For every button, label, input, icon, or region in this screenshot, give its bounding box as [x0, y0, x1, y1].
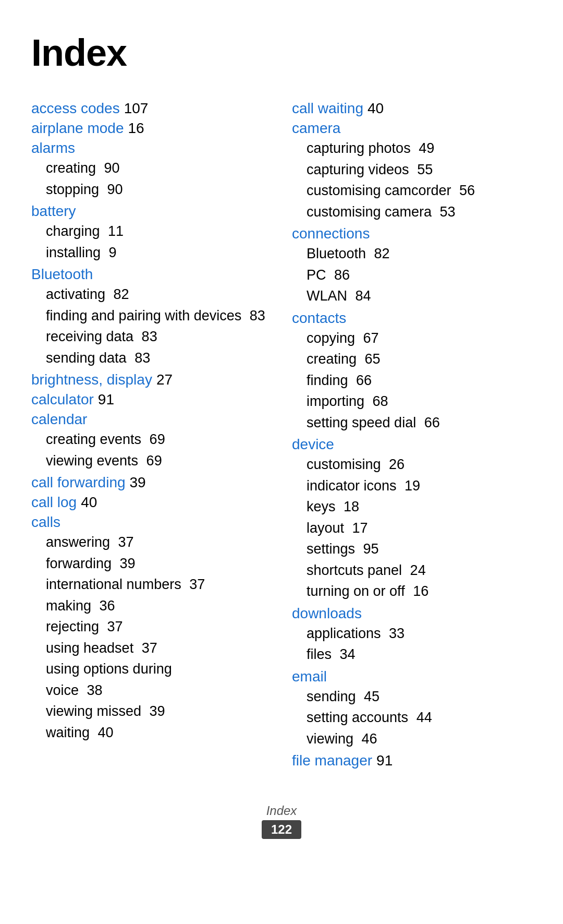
- right-column: call waiting40cameracapturing photos 49c…: [292, 100, 532, 772]
- sub-page-number: 37: [103, 619, 123, 634]
- index-term[interactable]: email: [292, 668, 327, 685]
- sub-page-number: 39: [145, 703, 165, 719]
- sub-page-number: 83: [138, 329, 157, 344]
- sub-page-number: 95: [359, 541, 379, 557]
- index-term[interactable]: contacts: [292, 310, 346, 326]
- index-page-number: 27: [156, 371, 173, 388]
- index-entry: downloadsapplications 33files 34: [292, 605, 532, 665]
- sub-entries-list: creating 90stopping 90: [46, 158, 271, 200]
- sub-page-number: 11: [104, 223, 124, 239]
- sub-entry: charging 11: [46, 221, 271, 242]
- sub-page-number: 55: [413, 162, 433, 177]
- sub-page-number: 33: [385, 626, 405, 641]
- sub-entry: receiving data 83: [46, 326, 271, 347]
- index-term[interactable]: Bluetooth: [31, 266, 93, 282]
- sub-entry: creating events 69: [46, 429, 271, 450]
- index-entry: emailsending 45setting accounts 44viewin…: [292, 668, 532, 750]
- sub-entry: waiting 40: [46, 722, 271, 743]
- sub-entry: capturing videos 55: [307, 159, 532, 181]
- index-page-number: 39: [130, 474, 146, 490]
- index-term[interactable]: battery: [31, 203, 76, 219]
- index-page-number: 91: [376, 752, 393, 769]
- sub-entries-list: customising 26indicator icons 19keys 18l…: [307, 454, 532, 602]
- index-page-number: 107: [124, 100, 149, 116]
- sub-page-number: 36: [95, 598, 115, 614]
- sub-page-number: 86: [331, 267, 350, 283]
- sub-entry: turning on or off 16: [307, 581, 532, 602]
- sub-entry: setting accounts 44: [307, 707, 532, 728]
- index-term[interactable]: calls: [31, 514, 60, 530]
- index-entry: batterycharging 11installing 9: [31, 203, 271, 263]
- index-entry: contactscopying 67creating 65finding 66i…: [292, 310, 532, 434]
- index-term[interactable]: downloads: [292, 605, 362, 621]
- sub-page-number: 49: [415, 140, 435, 156]
- sub-entries-list: sending 45setting accounts 44viewing 46: [307, 686, 532, 750]
- sub-entries-list: charging 11installing 9: [46, 221, 271, 263]
- sub-entry: customising camcorder 56: [307, 180, 532, 201]
- sub-entry: customising 26: [307, 454, 532, 475]
- sub-entry: Bluetooth 82: [307, 243, 532, 265]
- index-term[interactable]: file manager: [292, 752, 372, 769]
- index-term[interactable]: camera: [292, 120, 340, 136]
- sub-entry: customising camera 53: [307, 201, 532, 223]
- page-footer: Index 122: [31, 803, 532, 839]
- sub-page-number: 19: [401, 478, 421, 494]
- index-entry: call forwarding39: [31, 474, 271, 491]
- sub-page-number: 68: [369, 393, 388, 409]
- sub-entry: creating 65: [307, 349, 532, 370]
- footer-page-number: 122: [262, 820, 301, 839]
- index-entry: cameracapturing photos 49capturing video…: [292, 120, 532, 222]
- index-term[interactable]: calendar: [31, 411, 87, 427]
- sub-page-number: 34: [336, 646, 356, 662]
- index-term[interactable]: brightness, display: [31, 371, 152, 388]
- sub-entry: using options during: [46, 658, 271, 680]
- index-term[interactable]: connections: [292, 225, 370, 242]
- sub-entry: shortcuts panel 24: [307, 560, 532, 581]
- page-title: Index: [31, 31, 532, 74]
- sub-page-number: 84: [351, 288, 371, 304]
- index-entry: calculator91: [31, 391, 271, 408]
- index-term[interactable]: alarms: [31, 140, 75, 156]
- sub-page-number: 45: [360, 689, 380, 704]
- sub-entry: installing 9: [46, 242, 271, 263]
- sub-entry: voice 38: [46, 680, 271, 701]
- sub-page-number: 17: [348, 520, 368, 536]
- sub-entries-list: copying 67creating 65finding 66importing…: [307, 328, 532, 434]
- sub-page-number: 69: [142, 453, 162, 469]
- sub-page-number: 37: [114, 534, 134, 550]
- index-entry: devicecustomising 26indicator icons 19ke…: [292, 436, 532, 602]
- sub-page-number: 82: [109, 286, 129, 302]
- sub-page-number: 37: [186, 577, 205, 592]
- index-term[interactable]: call forwarding: [31, 474, 126, 490]
- index-term[interactable]: device: [292, 436, 334, 452]
- sub-entry: answering 37: [46, 532, 271, 553]
- sub-page-number: 46: [358, 731, 377, 747]
- sub-entry: setting speed dial 66: [307, 412, 532, 434]
- sub-page-number: 24: [406, 562, 426, 578]
- index-term[interactable]: call waiting: [292, 100, 363, 116]
- index-entry: call waiting40: [292, 100, 532, 117]
- sub-page-number: 90: [103, 182, 123, 197]
- sub-entry: finding 66: [307, 370, 532, 391]
- sub-entry: rejecting 37: [46, 616, 271, 638]
- index-term[interactable]: airplane mode: [31, 120, 124, 136]
- index-term[interactable]: call log: [31, 494, 77, 510]
- sub-entry: copying 67: [307, 328, 532, 349]
- sub-page-number: 44: [412, 710, 432, 725]
- sub-page-number: 18: [340, 499, 360, 514]
- sub-page-number: 66: [352, 373, 372, 388]
- sub-page-number: 90: [100, 160, 120, 176]
- sub-entry: settings 95: [307, 538, 532, 560]
- sub-entry: using headset 37: [46, 638, 271, 659]
- index-entry: file manager91: [292, 752, 532, 769]
- sub-entries-list: capturing photos 49capturing videos 55cu…: [307, 138, 532, 222]
- sub-entry: sending 45: [307, 686, 532, 707]
- sub-page-number: 65: [361, 351, 381, 367]
- index-term[interactable]: calculator: [31, 391, 94, 407]
- sub-entry: sending data 83: [46, 347, 271, 369]
- sub-page-number: 67: [359, 330, 379, 346]
- index-term[interactable]: access codes: [31, 100, 120, 116]
- sub-page-number: 83: [131, 350, 151, 366]
- sub-page-number: 83: [246, 308, 265, 323]
- sub-entry: stopping 90: [46, 179, 271, 200]
